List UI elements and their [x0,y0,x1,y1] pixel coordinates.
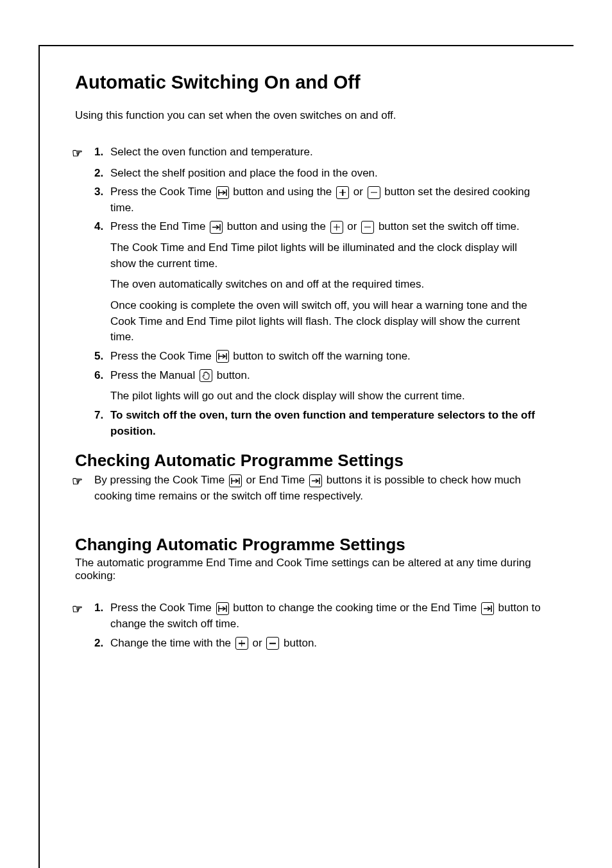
step-text: Select the oven function and temperature… [110,144,545,161]
instruction-step: 4.Press the End Time button and using th… [72,219,545,345]
heading-check: Checking Automatic Programme Settings [75,451,545,471]
page-subtitle: Using this function you can set when the… [75,109,545,122]
step-number: 1. [94,144,110,161]
instruction-step: 7.To switch off the oven, turn the oven … [72,408,545,439]
check-step: ☞By pressing the Cook Time or End Time b… [72,473,545,504]
instruction-step: ☞1.Press the Cook Time button to change … [72,600,545,632]
instruction-step: 6.Press the Manual button.The pilot ligh… [72,368,545,404]
plus-icon [336,186,349,199]
plus-icon [330,221,343,234]
step-text: Select the shelf position and place the … [110,166,545,182]
step-text: Press the Manual button.The pilot lights… [110,368,545,404]
step-number: 2. [94,636,110,652]
cook-time-icon [216,602,229,615]
step-extra-text: The oven automatically switches on and o… [110,277,545,293]
step-text: Press the Cook Time button and using the… [110,184,545,216]
step-number: 4. [94,219,110,235]
step-text: Change the time with the or button. [110,636,545,652]
step-text: Press the Cook Time button to change the… [110,600,545,632]
instruction-step: 3.Press the Cook Time button and using t… [72,184,545,216]
cook-time-icon [216,350,229,363]
end-time-icon [481,602,494,615]
pointer-hand-icon: ☞ [72,146,83,160]
page-title: Automatic Switching On and Off [75,72,545,93]
plus-icon [235,637,248,650]
cook-time-icon [229,474,242,487]
step-number: 5. [94,349,110,365]
step-number: 3. [94,184,110,200]
end-time-icon [309,474,322,487]
pointer-hand-icon: ☞ [72,474,83,488]
step-text: Press the Cook Time button to switch off… [110,349,545,365]
end-time-icon [210,221,223,234]
minus-icon [361,221,374,234]
instruction-step: 2.Change the time with the or button. [72,636,545,652]
instruction-step: ☞1.Select the oven function and temperat… [72,144,545,162]
step-number: 7. [94,408,110,424]
minus-icon [266,637,279,650]
step-extra-text: Once cooking is complete the oven will s… [110,298,545,345]
step-number: 2. [94,166,110,182]
manual-hand-icon [200,369,212,382]
step-number: 6. [94,368,110,384]
step-extra-text: The pilot lights will go out and the clo… [110,388,545,404]
step-text: By pressing the Cook Time or End Time bu… [94,473,545,504]
step-text: To switch off the oven, turn the oven fu… [110,408,545,439]
cook-time-icon [216,186,229,199]
change-subtitle: The automatic programme End Time and Coo… [75,557,545,582]
minus-icon [368,186,380,199]
heading-change: Changing Automatic Programme Settings [75,535,545,555]
step-text: Press the End Time button and using the … [110,219,545,345]
step-number: 1. [94,600,110,616]
instruction-step: 2.Select the shelf position and place th… [72,166,545,182]
instruction-step: 5.Press the Cook Time button to switch o… [72,349,545,365]
step-extra-text: The Cook Time and End Time pilot lights … [110,240,545,272]
pointer-hand-icon: ☞ [72,602,83,616]
